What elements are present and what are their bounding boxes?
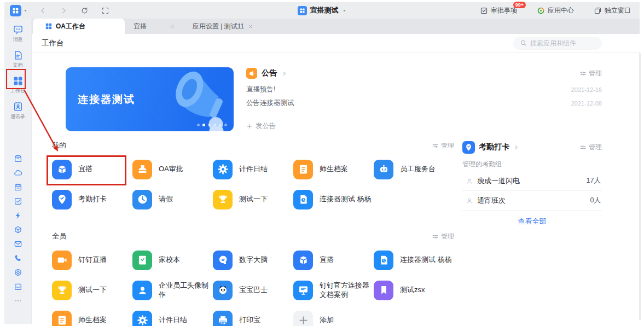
app-logo-button[interactable]: [10, 5, 28, 16]
app-center-button[interactable]: 应用中心: [537, 6, 574, 15]
announcement-manage-button[interactable]: 管理: [579, 69, 602, 78]
boxd-icon[interactable]: [14, 154, 22, 163]
app-glyph-icon: [378, 284, 390, 296]
add-app-button[interactable]: 添加: [293, 305, 374, 326]
sidebar-item[interactable]: 消息: [10, 24, 25, 43]
workspace-content: 连接器测试 公告 管理 直播预告! 2021-12-16 公告连接器测试 202…: [32, 53, 640, 326]
app-tile[interactable]: 测试zsx: [374, 275, 454, 305]
banner-carousel[interactable]: 连接器测试: [66, 67, 234, 131]
sidebar-item[interactable]: 文档: [10, 50, 25, 69]
moments-icon[interactable]: [14, 268, 22, 277]
app-tile[interactable]: 数字大脑: [213, 245, 293, 275]
app-glyph-icon: [137, 194, 148, 205]
app-tile[interactable]: 企业员工头像制作: [132, 275, 213, 305]
nav-back-button[interactable]: [39, 7, 47, 15]
app-tile[interactable]: 测试一下: [213, 184, 293, 214]
app-tile[interactable]: 师生档案: [293, 154, 374, 184]
announcement-item[interactable]: 直播预告! 2021-12-16: [246, 85, 602, 94]
todo-icon[interactable]: [14, 197, 22, 206]
carousel-dots: [197, 124, 227, 126]
app-glyph-icon: [298, 284, 309, 296]
app-tile[interactable]: 钉钉官方连接器文档案例: [293, 275, 374, 305]
cube-icon[interactable]: [14, 225, 22, 234]
app-tile[interactable]: 家校本: [132, 245, 213, 275]
app-logo: [10, 5, 21, 16]
carousel-dot[interactable]: [202, 124, 205, 126]
refresh-button[interactable]: [80, 7, 89, 15]
more-icon[interactable]: [14, 296, 22, 305]
post-announcement-button[interactable]: 发公告: [246, 121, 602, 132]
view-all-link[interactable]: 查看全部: [462, 217, 602, 226]
app-name: 请假: [159, 195, 213, 204]
app-tile[interactable]: 请假: [132, 184, 213, 214]
manage-icon: [579, 144, 587, 151]
approvals-button[interactable]: 审批事项 99+: [480, 6, 517, 15]
app-tile[interactable]: 员工服务台: [374, 154, 454, 184]
search-input[interactable]: [530, 39, 595, 47]
tab[interactable]: OA工作台: [33, 19, 125, 34]
app-tile[interactable]: 计件日结: [213, 154, 293, 184]
app-glyph-icon: [298, 254, 309, 266]
app-tile[interactable]: 连接器测试 杨杨: [293, 184, 374, 214]
tab-close-icon[interactable]: [247, 24, 253, 30]
tab[interactable]: 宜搭: [125, 19, 184, 34]
attendance-manage-button[interactable]: 管理: [579, 143, 602, 152]
sidebar-item-label: 消息: [13, 36, 23, 43]
tab-close-icon[interactable]: [169, 24, 175, 30]
carousel-dot[interactable]: [224, 124, 227, 126]
attendance-group-row[interactable]: 瘦成一道闪电 17人: [462, 171, 602, 191]
section-manage-button[interactable]: 管理: [432, 232, 454, 241]
search-box[interactable]: [513, 37, 602, 50]
app-tile[interactable]: 宜搭: [293, 245, 374, 275]
mail-icon[interactable]: [14, 240, 22, 248]
announcement-title[interactable]: 公告: [262, 68, 277, 78]
app-tile[interactable]: 考勤打卡: [52, 184, 132, 214]
app-glyph-icon: [298, 164, 309, 175]
carousel-dot[interactable]: [219, 124, 222, 126]
sidebar-item[interactable]: 工作台: [10, 75, 25, 95]
caret-down-icon: [23, 8, 28, 13]
flash-icon[interactable]: [14, 211, 22, 220]
drawer-icon[interactable]: [14, 282, 22, 291]
app-tile[interactable]: 计件日结: [132, 305, 213, 326]
approvals-icon: [480, 7, 488, 15]
app-tile[interactable]: 钉钉直播: [52, 245, 132, 275]
capture-button[interactable]: [101, 7, 109, 15]
scrollbar[interactable]: [639, 53, 641, 321]
app-tile[interactable]: 师生档案: [52, 305, 132, 326]
carousel-dot[interactable]: [213, 124, 216, 126]
org-switcher[interactable]: 宜搭测试: [298, 2, 347, 19]
app-tile[interactable]: 测试一下: [52, 275, 132, 305]
sidebar-item[interactable]: 通讯录: [10, 101, 25, 120]
app-tile[interactable]: 宝宝巴士: [213, 275, 293, 305]
announcement-text: 公告连接器测试: [246, 98, 294, 108]
manage-label: 管理: [441, 141, 454, 150]
person-icon: [466, 197, 473, 205]
tab[interactable]: 应用设置 | 测试11: [184, 19, 262, 34]
app-tile[interactable]: 连接器测试 杨杨: [374, 245, 454, 275]
app-icon: [213, 251, 233, 270]
phone-icon[interactable]: [14, 254, 22, 263]
app-glyph-icon: [217, 194, 229, 205]
cloud-icon[interactable]: [14, 168, 22, 177]
app-tile[interactable]: 宜搭: [52, 154, 132, 184]
calendar-icon[interactable]: [14, 183, 22, 191]
attendance-title[interactable]: 考勤打卡: [479, 142, 509, 152]
carousel-dot[interactable]: [208, 124, 211, 126]
standalone-window-button[interactable]: 独立窗口: [594, 6, 631, 15]
chevron-right-icon[interactable]: [513, 144, 519, 150]
attendance-group-row[interactable]: 通宵班次 0人: [462, 191, 602, 211]
app-tile[interactable]: 打印宝: [213, 305, 293, 326]
app-icon: [52, 311, 72, 326]
announcement-item[interactable]: 公告连接器测试 2021-12-08: [246, 98, 602, 108]
app-name: 企业员工头像制作: [159, 281, 213, 300]
manage-label: 管理: [589, 69, 602, 78]
section-manage-button[interactable]: 管理: [432, 141, 454, 150]
attendance-group-count: 0人: [590, 196, 601, 205]
grid-logo-icon: [12, 7, 19, 14]
carousel-dot[interactable]: [197, 124, 200, 126]
chevron-right-icon[interactable]: [281, 71, 287, 77]
nav-forward-button[interactable]: [60, 7, 68, 15]
grid-logo-icon: [299, 8, 305, 14]
app-tile[interactable]: OA审批: [132, 154, 213, 184]
